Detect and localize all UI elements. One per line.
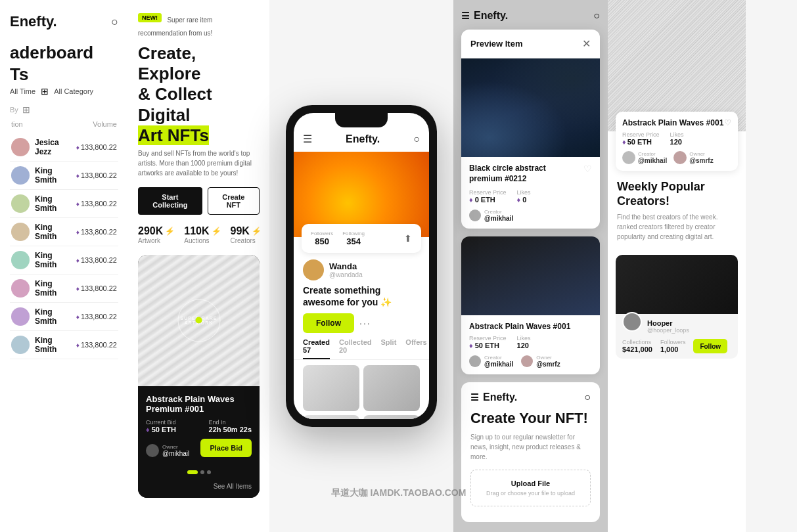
search-icon-p1[interactable]: ○ [111, 15, 118, 29]
search-icon-p4[interactable]: ○ [593, 10, 600, 22]
hero-buttons: Start Collecting Create NFT [138, 187, 260, 215]
reserve-value: ♦0 ETH [469, 196, 507, 204]
menu-icon-p4[interactable]: ☰ [461, 11, 470, 21]
reserve-label: Reserve Price [469, 189, 507, 196]
abstrack-likes-value-p5: 120 [670, 138, 684, 146]
phone-tabs: Created 57 Collected 20 Split Offers [294, 338, 429, 360]
upload-title: Upload File [480, 479, 581, 487]
following-label: Following [342, 231, 365, 236]
stat-artwork: 290K⚡ Artwork [138, 225, 175, 244]
avatar [11, 307, 30, 326]
abstrack-nft-card: Abstrack Plain Waves #001 Reserve Price … [461, 236, 600, 374]
creator-name-p5: @mikhail [638, 157, 667, 164]
collections-stat: Collections $421,000 [622, 339, 652, 353]
abstrack-likes-field-p5: Likes 120 [670, 131, 684, 146]
creator-left-info: Hooper @hooper_loops [622, 319, 689, 334]
preview-image [461, 58, 600, 157]
filter-category[interactable]: All Category [54, 87, 93, 95]
lightning-icon: ⚡ [165, 227, 175, 236]
col-headers: tion Volume [10, 120, 118, 128]
heart-icon[interactable]: ♡ [583, 164, 592, 174]
avatar [11, 166, 30, 185]
upload-area[interactable]: Upload File Drag or choose your file to … [470, 470, 591, 506]
bid-info: Current Bid ♦50 ETH [146, 419, 176, 433]
more-options-icon[interactable]: ··· [359, 318, 371, 328]
creator-card-image [616, 255, 738, 314]
table-row: King Smith ♦133,800.22 [10, 303, 118, 331]
stat-auctions: 110K⚡ Auctions [184, 225, 221, 244]
phone-nft-grid [294, 360, 429, 419]
nft-thumbnail-2 [363, 365, 420, 411]
followers-stat-card: Followers 1,000 [660, 339, 686, 353]
owner-info-p5: Owner @smrfz [689, 151, 713, 164]
stat-creators: 99K⚡ Creators [231, 225, 262, 244]
user-name: King Smith [35, 279, 76, 298]
abstrack-owner-row: Creator @mikhail Owner @smrfz [469, 355, 592, 368]
lightning-icon-2: ⚡ [212, 227, 221, 236]
close-icon[interactable]: ✕ [582, 37, 591, 50]
nft-thumbnail-1 [303, 365, 359, 411]
start-collecting-button[interactable]: Start Collecting [138, 187, 202, 215]
follow-button-phone[interactable]: Follow [303, 313, 354, 333]
tab-split[interactable]: Split [380, 338, 396, 359]
create-nft-logo: ☰ Enefty. [470, 391, 517, 403]
place-bid-button[interactable]: Place Bid [200, 439, 252, 457]
user-details-phone: Wanda @wandada [329, 261, 363, 278]
preview-modal-title: Preview Item [470, 39, 523, 49]
weekly-section: Weekly Popular Creators! Find the best c… [608, 171, 746, 255]
abstrack-owner-item: Owner @smrfz [673, 151, 713, 164]
following-value: 354 [342, 236, 365, 246]
tab-collected[interactable]: Collected 20 [339, 338, 372, 359]
new-badge: NEW! [138, 13, 162, 22]
abstrack-likes-label: Likes [517, 335, 531, 342]
phone-action-bar: Follow ··· [294, 313, 429, 338]
tab-offers[interactable]: Offers [405, 338, 426, 359]
bid-label: Current Bid [146, 419, 176, 426]
avatar [11, 223, 30, 241]
phone-screen: ☰ Enefty. ○ Followers 850 Following [294, 113, 429, 419]
following-stat: Following 354 [342, 231, 365, 246]
heart-icon-sm[interactable]: ♡ [724, 118, 731, 127]
abstrack-creator-avatar [469, 355, 481, 367]
see-all-link[interactable]: See All Items [214, 483, 252, 490]
avatar [11, 279, 30, 298]
followers-value: 850 [311, 236, 333, 246]
leaderboard-title-2: Ts [10, 65, 118, 84]
hamburger-icon[interactable]: ☰ [303, 133, 312, 145]
stats-row: 290K⚡ Artwork 110K⚡ Auctions 99K⚡ Creato… [138, 225, 260, 244]
share-icon[interactable]: ⬆ [404, 233, 412, 244]
table-row: King Smith ♦133,800.22 [10, 218, 118, 246]
logo-text: Enefty. [10, 13, 57, 30]
avatar [11, 138, 30, 156]
menu-icon-create[interactable]: ☰ [470, 392, 479, 403]
stat-artwork-label: Artwork [138, 237, 175, 244]
create-nft-section: ☰ Enefty. ○ Create Your NFT! Sign up to … [461, 382, 600, 522]
dot-2 [207, 470, 211, 474]
abstrack-owner-avatar [521, 355, 533, 367]
user-handle-phone: @wandada [329, 271, 363, 278]
likes-value: ♦0 [517, 196, 531, 204]
search-icon-create[interactable]: ○ [584, 391, 591, 403]
create-nft-button[interactable]: Create NFT [208, 187, 260, 215]
avatar [11, 251, 30, 269]
owner-info: Owner @mikhail [146, 444, 189, 457]
follow-button-card[interactable]: Follow [693, 339, 727, 353]
stat-artwork-value: 290K [138, 225, 163, 237]
abstrack-likes-value: 120 [517, 342, 531, 349]
hero-title-3: Art NFTs [138, 125, 209, 145]
nft-thumbnail-4 [363, 415, 420, 419]
nft-card-image: SUPER RARE ARTWORK [138, 255, 260, 386]
search-icon-phone[interactable]: ○ [413, 133, 420, 145]
preview-modal: Preview Item ✕ Black circle abstract pre… [461, 30, 600, 229]
table-row: Jesica Jezz ♦133,800.22 [10, 133, 118, 162]
sort-icon[interactable]: ⊞ [22, 104, 30, 115]
creator-details: Hooper @hooper_loops [647, 319, 689, 334]
likes-label: Likes [517, 189, 531, 196]
abstrack-overlay-row: Reserve Price ♦50 ETH Likes 120 [622, 131, 731, 146]
tab-created[interactable]: Created 57 [303, 338, 330, 359]
abstrack-creator-item: Creator @mikhail [622, 151, 667, 164]
user-name: King Smith [35, 336, 76, 354]
filter-time[interactable]: All Time [10, 87, 35, 95]
end-info: End In 22h 50m 22s [209, 419, 252, 433]
user-name: King Smith [35, 166, 76, 185]
